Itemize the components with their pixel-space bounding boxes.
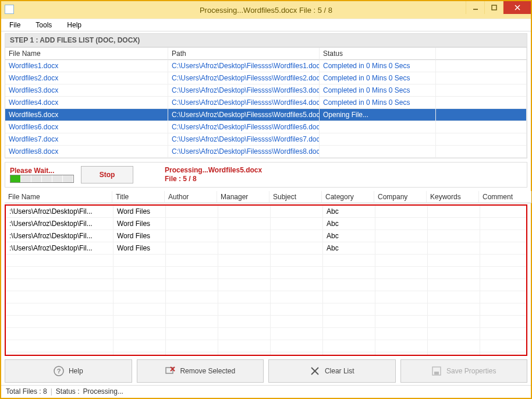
- table-cell[interactable]: Completed in 0 Mins 0 Secs: [320, 97, 436, 109]
- menu-file[interactable]: File: [5, 20, 25, 30]
- properties-panel: :\Users\Afroz\Desktop\Fil...Word FilesAb…: [5, 204, 527, 356]
- props-cell[interactable]: [375, 242, 428, 255]
- props-cell[interactable]: Word Files: [114, 206, 166, 218]
- table-cell[interactable]: C:\Users\Afroz\Desktop\Filessss\Wordfile…: [168, 60, 320, 72]
- table-cell[interactable]: Wordfiles6.docx: [5, 121, 168, 133]
- status-label: Status :: [56, 387, 80, 396]
- table-cell[interactable]: Opening File...: [320, 109, 436, 121]
- table-cell[interactable]: C:\Users\Afroz\Desktop\Filessss\Wordfile…: [168, 133, 320, 146]
- table-cell[interactable]: [320, 133, 436, 146]
- props-cell[interactable]: [271, 206, 323, 218]
- app-window: Processing...Wordfiles5.docx File : 5 / …: [0, 0, 532, 399]
- table-cell[interactable]: [436, 60, 527, 72]
- props-col[interactable]: Manager: [217, 191, 269, 203]
- table-cell[interactable]: [436, 109, 527, 121]
- table-cell[interactable]: Wordfiles7.docx: [5, 133, 168, 146]
- maximize-button[interactable]: [484, 1, 503, 14]
- props-col[interactable]: Author: [165, 191, 217, 203]
- please-wait-label: Please Wait...: [10, 167, 74, 175]
- props-cell[interactable]: [428, 242, 480, 255]
- properties-header-panel: File NameTitleAuthorManagerSubjectCatego…: [5, 191, 527, 203]
- props-cell[interactable]: [271, 218, 323, 230]
- props-cell[interactable]: Abc: [323, 218, 375, 230]
- props-col[interactable]: Comment: [479, 191, 531, 203]
- props-cell[interactable]: [428, 218, 480, 230]
- table-cell[interactable]: Wordfiles5.docx: [5, 109, 168, 121]
- table-cell[interactable]: C:\Users\Afroz\Desktop\Filessss\Wordfile…: [168, 97, 320, 109]
- table-cell[interactable]: Completed in 0 Mins 0 Secs: [320, 60, 436, 72]
- props-cell[interactable]: Word Files: [114, 230, 166, 242]
- props-cell[interactable]: :\Users\Afroz\Desktop\Fil...: [6, 206, 114, 218]
- table-cell[interactable]: C:\Users\Afroz\Desktop\Filessss\Wordfile…: [168, 84, 320, 97]
- table-cell[interactable]: [320, 121, 436, 133]
- props-col[interactable]: Category: [322, 191, 374, 203]
- table-cell[interactable]: [436, 97, 527, 109]
- table-cell[interactable]: C:\Users\Afroz\Desktop\Filessss\Wordfile…: [168, 109, 320, 121]
- table-cell[interactable]: C:\Users\Afroz\Desktop\Filessss\Wordfile…: [168, 146, 320, 158]
- props-cell[interactable]: [480, 206, 527, 218]
- table-cell[interactable]: [436, 121, 527, 133]
- props-cell[interactable]: [271, 230, 323, 242]
- props-cell[interactable]: Abc: [323, 242, 375, 255]
- menu-help[interactable]: Help: [62, 20, 86, 30]
- props-cell[interactable]: [480, 230, 527, 242]
- props-cell[interactable]: Word Files: [114, 218, 166, 230]
- table-cell[interactable]: Wordfiles4.docx: [5, 97, 168, 109]
- props-cell[interactable]: [166, 230, 218, 242]
- props-cell[interactable]: [271, 242, 323, 255]
- props-cell[interactable]: Abc: [323, 206, 375, 218]
- help-button[interactable]: ? Help: [5, 359, 132, 383]
- save-properties-label: Save Properties: [446, 367, 496, 375]
- table-cell[interactable]: Wordfiles2.docx: [5, 72, 168, 84]
- props-col[interactable]: File Name: [5, 191, 112, 203]
- table-cell[interactable]: [436, 72, 527, 84]
- table-cell[interactable]: Completed in 0 Mins 0 Secs: [320, 72, 436, 84]
- props-cell[interactable]: :\Users\Afroz\Desktop\Fil...: [6, 218, 114, 230]
- table-cell[interactable]: Wordfiles3.docx: [5, 84, 168, 97]
- props-cell[interactable]: [166, 206, 218, 218]
- table-cell[interactable]: [436, 133, 527, 146]
- props-cell[interactable]: [480, 218, 527, 230]
- props-cell[interactable]: [218, 218, 271, 230]
- props-cell[interactable]: [218, 230, 271, 242]
- props-col[interactable]: Title: [112, 191, 165, 203]
- minimize-button[interactable]: [466, 1, 484, 14]
- props-cell[interactable]: [428, 230, 480, 242]
- props-cell[interactable]: :\Users\Afroz\Desktop\Fil...: [6, 230, 114, 242]
- table-cell[interactable]: Completed in 0 Mins 0 Secs: [320, 84, 436, 97]
- props-cell[interactable]: [375, 218, 428, 230]
- props-col[interactable]: Subject: [269, 191, 322, 203]
- props-col[interactable]: Keywords: [427, 191, 479, 203]
- props-col[interactable]: Company: [374, 191, 427, 203]
- col-path[interactable]: Path: [168, 48, 320, 60]
- table-cell[interactable]: [436, 84, 527, 97]
- props-cell[interactable]: [166, 242, 218, 255]
- maximize-icon: [491, 5, 497, 10]
- props-cell[interactable]: [480, 242, 527, 255]
- clear-list-button[interactable]: Clear List: [268, 359, 396, 383]
- props-cell[interactable]: [218, 206, 271, 218]
- props-cell[interactable]: :\Users\Afroz\Desktop\Fil...: [6, 242, 114, 255]
- props-cell[interactable]: [166, 218, 218, 230]
- table-cell[interactable]: C:\Users\Afroz\Desktop\Filessss\Wordfile…: [168, 121, 320, 133]
- table-cell[interactable]: C:\Users\Afroz\Desktop\Filessss\Wordfile…: [168, 72, 320, 84]
- col-file[interactable]: File Name: [5, 48, 168, 60]
- props-cell[interactable]: [218, 242, 271, 255]
- props-cell[interactable]: [375, 230, 428, 242]
- save-properties-button[interactable]: Save Properties: [400, 359, 528, 383]
- stop-button[interactable]: Stop: [81, 166, 133, 183]
- close-button[interactable]: [503, 1, 531, 14]
- props-cell[interactable]: [375, 206, 428, 218]
- title-bar: Processing...Wordfiles5.docx File : 5 / …: [1, 1, 531, 19]
- table-cell[interactable]: [320, 146, 436, 158]
- menu-tools[interactable]: Tools: [31, 20, 56, 30]
- props-cell[interactable]: Word Files: [114, 242, 166, 255]
- remove-selected-button[interactable]: Remove Selected: [137, 359, 264, 383]
- svg-rect-1: [492, 5, 496, 10]
- table-cell[interactable]: [436, 146, 527, 158]
- props-cell[interactable]: Abc: [323, 230, 375, 242]
- col-status[interactable]: Status: [320, 48, 436, 60]
- table-cell[interactable]: Wordfiles8.docx: [5, 146, 168, 158]
- props-cell[interactable]: [428, 206, 480, 218]
- table-cell[interactable]: Wordfiles1.docx: [5, 60, 168, 72]
